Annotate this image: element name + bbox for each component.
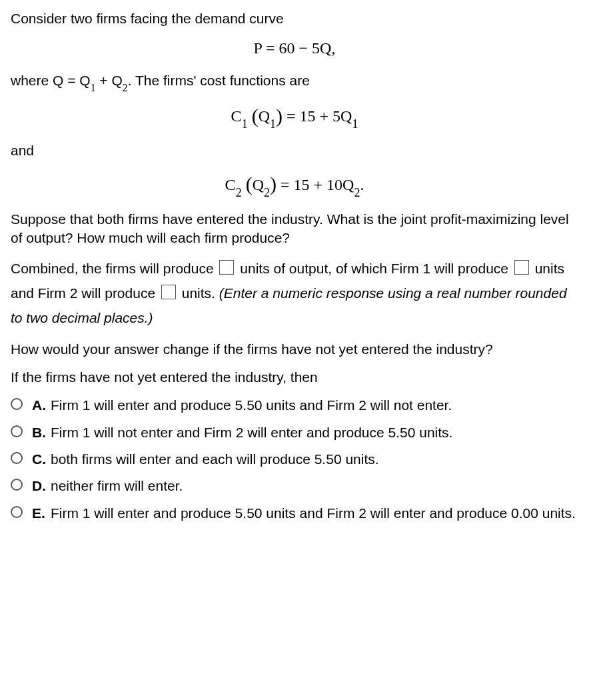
radio-a-icon[interactable] bbox=[11, 398, 23, 410]
fill-text-1: Combined, the firms will produce bbox=[11, 261, 217, 276]
c2-period: . bbox=[360, 176, 364, 193]
choice-c[interactable]: C. both firms will enter and each will p… bbox=[11, 450, 578, 469]
radio-e-icon[interactable] bbox=[11, 506, 23, 518]
where-text-c: . The firms' cost functions are bbox=[128, 73, 310, 88]
q-sub-1: 1 bbox=[270, 117, 276, 131]
rhs-sub-1: 1 bbox=[352, 117, 358, 131]
choice-text-c: both firms will enter and each will prod… bbox=[51, 450, 578, 469]
choice-a[interactable]: A. Firm 1 will enter and produce 5.50 un… bbox=[11, 396, 578, 415]
fill-text-2: units of output, of which Firm 1 will pr… bbox=[236, 261, 512, 276]
choice-text-e: Firm 1 will enter and produce 5.50 units… bbox=[51, 504, 578, 523]
multiple-choice-list: A. Firm 1 will enter and produce 5.50 un… bbox=[11, 396, 578, 523]
input-firm2-units[interactable] bbox=[161, 285, 176, 299]
rhs-sub-2: 2 bbox=[354, 186, 360, 199]
q-sub-2: 2 bbox=[264, 186, 270, 199]
sub-2: 2 bbox=[123, 82, 128, 93]
where-line: where Q = Q1 + Q2. The firms' cost funct… bbox=[11, 71, 578, 92]
c1-lhs: C bbox=[231, 107, 242, 125]
paren-open: ( bbox=[252, 105, 259, 127]
choice-letter-c: C. bbox=[32, 450, 51, 469]
equation-demand: P = 60 − 5Q, bbox=[11, 37, 578, 59]
c2-lhs: C bbox=[225, 176, 236, 193]
fill-text-4: units. bbox=[178, 285, 219, 301]
choice-b[interactable]: B. Firm 1 will not enter and Firm 2 will… bbox=[11, 423, 578, 442]
c2-rhs: = 15 + 10Q bbox=[277, 176, 354, 193]
q-inner: Q bbox=[259, 107, 270, 125]
c1-sub: 1 bbox=[242, 117, 248, 131]
input-combined-units[interactable] bbox=[219, 260, 234, 275]
choice-d[interactable]: D. neither firm will enter. bbox=[11, 477, 578, 495]
space2 bbox=[242, 176, 246, 193]
intro-line: Consider two firms facing the demand cur… bbox=[11, 9, 578, 28]
space bbox=[248, 107, 252, 125]
sub-1: 1 bbox=[91, 82, 96, 93]
choice-text-d: neither firm will enter. bbox=[51, 477, 578, 495]
radio-d-icon[interactable] bbox=[11, 479, 23, 491]
c1-rhs: = 15 + 5Q bbox=[283, 107, 352, 125]
where-text-a: where Q = Q bbox=[11, 73, 91, 88]
choice-letter-a: A. bbox=[32, 396, 51, 415]
equation-c2: C2 (Q2) = 15 + 10Q2. bbox=[11, 170, 578, 198]
choice-text-b: Firm 1 will not enter and Firm 2 will en… bbox=[51, 423, 578, 442]
choice-letter-b: B. bbox=[32, 423, 51, 442]
paren-close-2: ) bbox=[270, 173, 277, 195]
paren-open-2: ( bbox=[246, 173, 253, 195]
choice-letter-e: E. bbox=[32, 504, 51, 523]
and-line: and bbox=[11, 141, 578, 160]
choice-letter-d: D. bbox=[32, 477, 51, 495]
question-change: How would your answer change if the firm… bbox=[11, 340, 578, 359]
q2-inner: Q bbox=[253, 176, 264, 193]
question-joint-profit: Suppose that both firms have entered the… bbox=[11, 210, 578, 248]
prompt-if-not-entered: If the firms have not yet entered the in… bbox=[11, 368, 578, 387]
c2-sub: 2 bbox=[236, 186, 242, 199]
where-text-b: + Q bbox=[96, 73, 123, 88]
fill-in-sentence: Combined, the firms will produce units o… bbox=[11, 257, 578, 330]
choice-e[interactable]: E. Firm 1 will enter and produce 5.50 un… bbox=[11, 504, 578, 523]
radio-c-icon[interactable] bbox=[11, 452, 23, 464]
equation-demand-text: P = 60 − 5Q, bbox=[254, 37, 336, 59]
equation-c1: C1 (Q1) = 15 + 5Q1 bbox=[11, 101, 578, 129]
input-firm1-units[interactable] bbox=[514, 260, 529, 275]
choice-text-a: Firm 1 will enter and produce 5.50 units… bbox=[51, 396, 578, 415]
radio-b-icon[interactable] bbox=[11, 425, 23, 437]
paren-close: ) bbox=[276, 105, 283, 127]
